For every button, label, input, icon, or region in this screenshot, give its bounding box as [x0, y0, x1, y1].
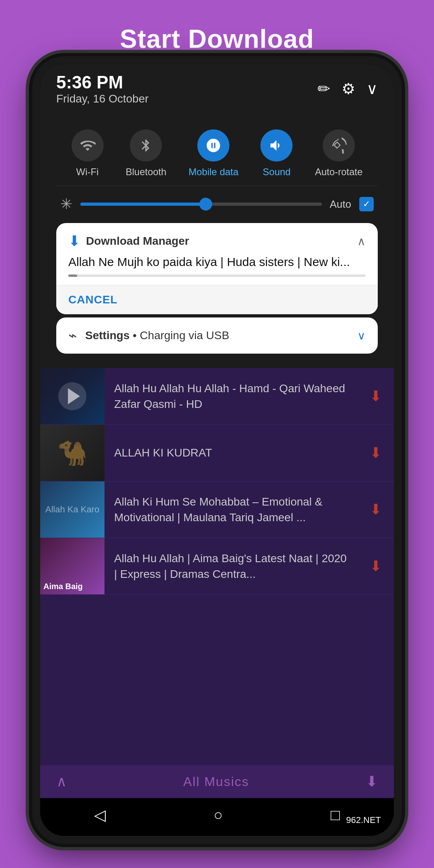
notif-expand-icon[interactable]: ∧ — [357, 235, 366, 248]
settings-icon: ⚙ — [342, 80, 355, 98]
usb-text: Settings • Charging via USB — [85, 329, 349, 342]
auto-rotate-label: Auto-rotate — [315, 166, 363, 178]
thumb-label: Aima Baig — [43, 582, 83, 591]
mobile-data-icon — [197, 129, 229, 162]
usb-expand-icon[interactable]: ∨ — [357, 329, 366, 342]
music-info: Allah Hu Allah Hu Allah - Hamd - Qari Wa… — [104, 373, 358, 420]
usb-settings-label: Settings — [85, 329, 129, 342]
notif-progress-bar — [68, 274, 366, 277]
navigation-bar: ◁ ○ □ — [40, 798, 394, 836]
brightness-slider[interactable] — [80, 203, 322, 206]
notif-header: ⬇ Download Manager ∧ — [56, 223, 378, 255]
back-nav-icon[interactable]: ◁ — [94, 806, 106, 824]
usb-notification: ⌁ Settings • Charging via USB ∨ — [56, 317, 378, 354]
music-thumbnail: Aima Baig — [40, 538, 104, 594]
music-info: Allah Ki Hum Se Mohabbat – Emotional & M… — [104, 486, 358, 533]
bluetooth-icon — [130, 129, 162, 162]
list-item[interactable]: Aima Baig Allah Hu Allah | Aima Baig's L… — [40, 538, 394, 595]
phone-frame: 5:36 PM Friday, 16 October ✏ ⚙ ∨ — [32, 56, 402, 844]
brightness-row: ✳ Auto ✓ — [56, 186, 378, 217]
brightness-fill — [80, 203, 206, 206]
toggle-sound[interactable]: Sound — [260, 129, 293, 178]
bluetooth-label: Bluetooth — [126, 166, 166, 178]
watermark: 962.NET — [341, 813, 386, 828]
toggle-auto-rotate[interactable]: Auto-rotate — [315, 129, 363, 178]
notif-download-title: Allah Ne Mujh ko paida kiya | Huda siste… — [56, 255, 378, 274]
wifi-icon — [72, 129, 104, 162]
quick-toggles-panel: Wi-Fi Bluetooth — [40, 113, 394, 368]
status-time-value: 5:36 PM — [56, 72, 149, 92]
music-info: Allah Hu Allah | Aima Baig's Latest Naat… — [104, 542, 358, 590]
music-thumbnail: 🐪 — [40, 425, 104, 481]
auto-label: Auto — [330, 198, 352, 211]
download-app-icon: ⬇ — [68, 233, 80, 250]
music-title: ALLAH KI KUDRAT — [114, 446, 212, 459]
status-bar: 5:36 PM Friday, 16 October ✏ ⚙ ∨ — [40, 64, 394, 113]
notif-action: CANCEL — [56, 285, 378, 314]
wifi-label: Wi-Fi — [76, 166, 99, 178]
bottom-bar-chevron-icon[interactable]: ∧ — [56, 773, 67, 790]
sound-label: Sound — [263, 166, 291, 178]
toggle-wifi[interactable]: Wi-Fi — [72, 129, 104, 178]
brightness-thumb — [199, 198, 212, 211]
music-info: ALLAH KI KUDRAT — [104, 437, 358, 469]
bottom-bar-download-icon[interactable]: ⬇ — [366, 773, 378, 790]
download-button[interactable]: ⬇ — [358, 444, 394, 461]
quick-toggles: Wi-Fi Bluetooth — [56, 121, 378, 186]
mobile-data-label: Mobile data — [188, 166, 238, 178]
music-list: Allah Hu Allah Hu Allah - Hamd - Qari Wa… — [40, 368, 394, 765]
home-nav-icon[interactable]: ○ — [214, 807, 223, 824]
download-button[interactable]: ⬇ — [358, 501, 394, 518]
download-button[interactable]: ⬇ — [358, 558, 394, 575]
auto-checkbox[interactable]: ✓ — [359, 197, 374, 211]
toggle-bluetooth[interactable]: Bluetooth — [126, 129, 166, 178]
notif-app-name: Download Manager — [86, 235, 352, 248]
bottom-bar-title: All Musics — [183, 774, 249, 789]
phone-screen: 5:36 PM Friday, 16 October ✏ ⚙ ∨ — [40, 64, 394, 836]
brightness-icon: ✳ — [60, 196, 72, 213]
download-notification: ⬇ Download Manager ∧ Allah Ne Mujh ko pa… — [56, 223, 378, 314]
music-thumbnail: Allah Ka Karo — [40, 481, 104, 538]
status-date: Friday, 16 October — [56, 92, 149, 105]
expand-icon: ∨ — [366, 80, 378, 98]
usb-charging-text: • Charging via USB — [133, 329, 229, 342]
usb-icon: ⌁ — [68, 327, 77, 344]
edit-icon: ✏ — [317, 80, 330, 98]
list-item[interactable]: 🐪 ALLAH KI KUDRAT ⬇ — [40, 425, 394, 481]
app-content: Allah Hu Allah Hu Allah - Hamd - Qari Wa… — [40, 368, 394, 798]
cancel-download-button[interactable]: CANCEL — [68, 293, 118, 306]
list-item[interactable]: Allah Hu Allah Hu Allah - Hamd - Qari Wa… — [40, 368, 394, 425]
music-title: Allah Ki Hum Se Mohabbat – Emotional & M… — [114, 495, 322, 524]
list-item[interactable]: Allah Ka Karo Allah Ki Hum Se Mohabbat –… — [40, 481, 394, 538]
music-title: Allah Hu Allah | Aima Baig's Latest Naat… — [114, 552, 347, 580]
music-thumbnail — [40, 368, 104, 424]
music-title: Allah Hu Allah Hu Allah - Hamd - Qari Wa… — [114, 382, 345, 410]
bottom-bar: ∧ All Musics ⬇ — [40, 765, 394, 798]
status-icons: ✏ ⚙ ∨ — [317, 80, 378, 98]
toggle-mobile-data[interactable]: Mobile data — [188, 129, 238, 178]
auto-rotate-icon — [323, 129, 355, 162]
download-button[interactable]: ⬇ — [358, 388, 394, 405]
notif-progress-fill — [68, 274, 77, 277]
recent-nav-icon[interactable]: □ — [331, 807, 340, 824]
status-time: 5:36 PM Friday, 16 October — [56, 72, 149, 105]
sound-icon — [260, 129, 293, 162]
